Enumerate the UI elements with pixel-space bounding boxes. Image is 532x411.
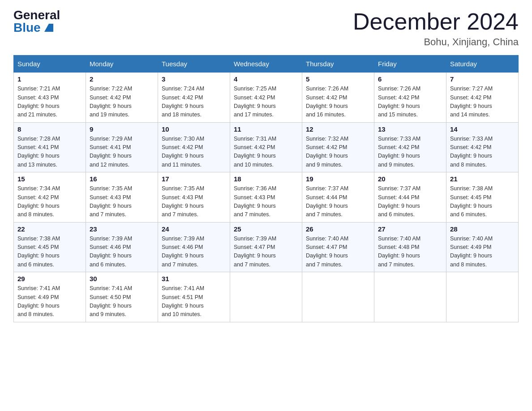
day-number: 4 xyxy=(234,75,298,83)
day-info: Sunrise: 7:33 AMSunset: 4:42 PMDaylight:… xyxy=(450,135,515,170)
day-info: Sunrise: 7:38 AMSunset: 4:45 PMDaylight:… xyxy=(450,184,515,219)
day-info: Sunrise: 7:38 AMSunset: 4:45 PMDaylight:… xyxy=(17,235,82,270)
calendar-day-cell: 24Sunrise: 7:39 AMSunset: 4:46 PMDayligh… xyxy=(158,222,230,272)
calendar-day-cell: 4Sunrise: 7:25 AMSunset: 4:42 PMDaylight… xyxy=(230,73,302,123)
day-info: Sunrise: 7:27 AMSunset: 4:42 PMDaylight:… xyxy=(450,85,515,120)
calendar-day-cell: 5Sunrise: 7:26 AMSunset: 4:42 PMDaylight… xyxy=(302,73,374,123)
col-saturday: Saturday xyxy=(446,56,519,73)
day-info: Sunrise: 7:39 AMSunset: 4:46 PMDaylight:… xyxy=(162,235,226,270)
day-number: 24 xyxy=(162,225,226,233)
day-number: 12 xyxy=(306,125,370,133)
calendar-day-cell: 9Sunrise: 7:29 AMSunset: 4:41 PMDaylight… xyxy=(86,122,158,172)
day-number: 11 xyxy=(234,125,298,133)
calendar-day-cell: 17Sunrise: 7:35 AMSunset: 4:43 PMDayligh… xyxy=(158,172,230,223)
calendar-day-cell: 23Sunrise: 7:39 AMSunset: 4:46 PMDayligh… xyxy=(86,222,158,272)
calendar-week-row: 29Sunrise: 7:41 AMSunset: 4:49 PMDayligh… xyxy=(14,272,519,322)
calendar-day-cell xyxy=(374,272,446,322)
day-number: 2 xyxy=(90,75,154,83)
day-info: Sunrise: 7:33 AMSunset: 4:42 PMDaylight:… xyxy=(378,135,442,170)
col-wednesday: Wednesday xyxy=(230,56,302,73)
title-block: December 2024 Bohu, Xinjiang, China xyxy=(353,9,519,48)
day-info: Sunrise: 7:21 AMSunset: 4:43 PMDaylight:… xyxy=(17,85,82,120)
calendar-week-row: 8Sunrise: 7:28 AMSunset: 4:41 PMDaylight… xyxy=(14,122,519,172)
day-info: Sunrise: 7:41 AMSunset: 4:50 PMDaylight:… xyxy=(90,284,154,319)
day-number: 1 xyxy=(17,75,82,83)
day-number: 17 xyxy=(162,175,226,183)
day-number: 18 xyxy=(234,175,298,183)
header-row: Sunday Monday Tuesday Wednesday Thursday… xyxy=(14,56,519,73)
day-number: 23 xyxy=(90,225,154,233)
subtitle: Bohu, Xinjiang, China xyxy=(353,36,519,48)
day-number: 16 xyxy=(90,175,154,183)
calendar-day-cell xyxy=(446,272,519,322)
day-number: 5 xyxy=(306,75,370,83)
calendar-day-cell xyxy=(230,272,302,322)
calendar-day-cell: 1Sunrise: 7:21 AMSunset: 4:43 PMDaylight… xyxy=(14,73,86,123)
day-info: Sunrise: 7:30 AMSunset: 4:42 PMDaylight:… xyxy=(162,135,226,170)
day-number: 20 xyxy=(378,175,442,183)
calendar-day-cell: 12Sunrise: 7:32 AMSunset: 4:42 PMDayligh… xyxy=(302,122,374,172)
logo-general-text: General xyxy=(13,9,60,21)
day-info: Sunrise: 7:26 AMSunset: 4:42 PMDaylight:… xyxy=(378,85,442,120)
page-header: General Blue December 2024 Bohu, Xinjian… xyxy=(13,9,519,48)
calendar-day-cell: 14Sunrise: 7:33 AMSunset: 4:42 PMDayligh… xyxy=(446,122,519,172)
calendar-week-row: 1Sunrise: 7:21 AMSunset: 4:43 PMDaylight… xyxy=(14,73,519,123)
day-info: Sunrise: 7:28 AMSunset: 4:41 PMDaylight:… xyxy=(17,135,82,170)
day-number: 9 xyxy=(90,125,154,133)
day-number: 13 xyxy=(378,125,442,133)
day-number: 14 xyxy=(450,125,515,133)
logo-triangle-icon xyxy=(44,24,53,32)
col-sunday: Sunday xyxy=(14,56,86,73)
calendar-day-cell: 3Sunrise: 7:24 AMSunset: 4:42 PMDaylight… xyxy=(158,73,230,123)
day-info: Sunrise: 7:26 AMSunset: 4:42 PMDaylight:… xyxy=(306,85,370,120)
day-number: 29 xyxy=(17,275,82,283)
calendar-day-cell: 20Sunrise: 7:37 AMSunset: 4:44 PMDayligh… xyxy=(374,172,446,223)
col-monday: Monday xyxy=(86,56,158,73)
logo: General Blue xyxy=(13,9,60,34)
calendar-day-cell: 30Sunrise: 7:41 AMSunset: 4:50 PMDayligh… xyxy=(86,272,158,322)
day-number: 28 xyxy=(450,225,515,233)
day-number: 3 xyxy=(162,75,226,83)
col-friday: Friday xyxy=(374,56,446,73)
calendar-table: Sunday Monday Tuesday Wednesday Thursday… xyxy=(13,55,519,322)
day-info: Sunrise: 7:34 AMSunset: 4:42 PMDaylight:… xyxy=(17,184,82,219)
day-number: 7 xyxy=(450,75,515,83)
calendar-day-cell: 13Sunrise: 7:33 AMSunset: 4:42 PMDayligh… xyxy=(374,122,446,172)
calendar-day-cell: 8Sunrise: 7:28 AMSunset: 4:41 PMDaylight… xyxy=(14,122,86,172)
day-number: 19 xyxy=(306,175,370,183)
day-number: 10 xyxy=(162,125,226,133)
day-info: Sunrise: 7:41 AMSunset: 4:49 PMDaylight:… xyxy=(17,284,82,319)
day-number: 21 xyxy=(450,175,515,183)
day-number: 15 xyxy=(17,175,82,183)
day-number: 26 xyxy=(306,225,370,233)
day-number: 25 xyxy=(234,225,298,233)
calendar-day-cell: 15Sunrise: 7:34 AMSunset: 4:42 PMDayligh… xyxy=(14,172,86,223)
day-info: Sunrise: 7:41 AMSunset: 4:51 PMDaylight:… xyxy=(162,284,226,319)
calendar-day-cell: 28Sunrise: 7:40 AMSunset: 4:49 PMDayligh… xyxy=(446,222,519,272)
day-info: Sunrise: 7:29 AMSunset: 4:41 PMDaylight:… xyxy=(90,135,154,170)
calendar-body: 1Sunrise: 7:21 AMSunset: 4:43 PMDaylight… xyxy=(14,73,519,322)
logo-blue-text: Blue xyxy=(13,21,53,34)
day-info: Sunrise: 7:35 AMSunset: 4:43 PMDaylight:… xyxy=(90,184,154,219)
calendar-header: Sunday Monday Tuesday Wednesday Thursday… xyxy=(14,56,519,73)
day-info: Sunrise: 7:37 AMSunset: 4:44 PMDaylight:… xyxy=(378,184,442,219)
day-info: Sunrise: 7:22 AMSunset: 4:42 PMDaylight:… xyxy=(90,85,154,120)
day-info: Sunrise: 7:25 AMSunset: 4:42 PMDaylight:… xyxy=(234,85,298,120)
calendar-week-row: 15Sunrise: 7:34 AMSunset: 4:42 PMDayligh… xyxy=(14,172,519,223)
calendar-week-row: 22Sunrise: 7:38 AMSunset: 4:45 PMDayligh… xyxy=(14,222,519,272)
day-info: Sunrise: 7:40 AMSunset: 4:48 PMDaylight:… xyxy=(378,235,442,270)
day-number: 8 xyxy=(17,125,82,133)
main-title: December 2024 xyxy=(353,9,519,34)
calendar-day-cell: 7Sunrise: 7:27 AMSunset: 4:42 PMDaylight… xyxy=(446,73,519,123)
calendar-day-cell: 10Sunrise: 7:30 AMSunset: 4:42 PMDayligh… xyxy=(158,122,230,172)
day-number: 31 xyxy=(162,275,226,283)
calendar-day-cell: 6Sunrise: 7:26 AMSunset: 4:42 PMDaylight… xyxy=(374,73,446,123)
day-info: Sunrise: 7:39 AMSunset: 4:47 PMDaylight:… xyxy=(234,235,298,270)
calendar-day-cell xyxy=(302,272,374,322)
day-info: Sunrise: 7:31 AMSunset: 4:42 PMDaylight:… xyxy=(234,135,298,170)
calendar-day-cell: 27Sunrise: 7:40 AMSunset: 4:48 PMDayligh… xyxy=(374,222,446,272)
col-thursday: Thursday xyxy=(302,56,374,73)
calendar-day-cell: 22Sunrise: 7:38 AMSunset: 4:45 PMDayligh… xyxy=(14,222,86,272)
calendar-day-cell: 19Sunrise: 7:37 AMSunset: 4:44 PMDayligh… xyxy=(302,172,374,223)
day-info: Sunrise: 7:40 AMSunset: 4:47 PMDaylight:… xyxy=(306,235,370,270)
